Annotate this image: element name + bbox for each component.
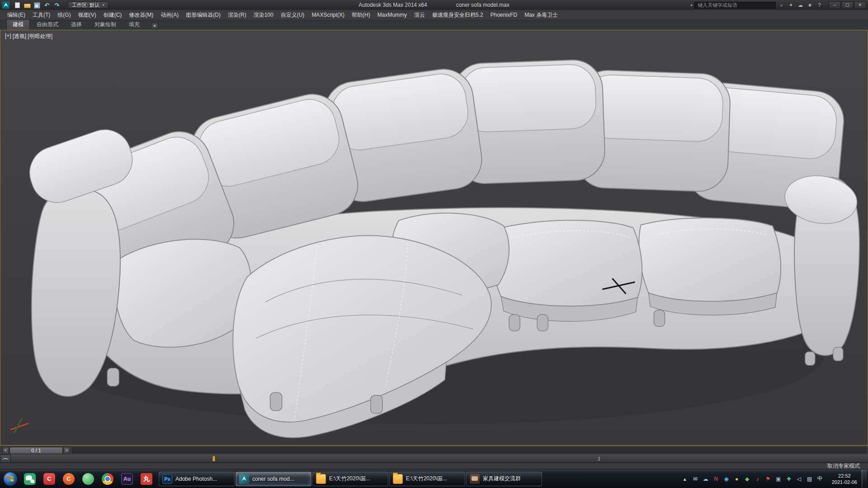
task-chat-group[interactable]: 家具建模交流群 xyxy=(466,472,542,486)
quicklaunch-wechat[interactable] xyxy=(22,471,38,487)
collapse-infocenter-icon[interactable]: ◂ xyxy=(690,3,692,7)
input-method-icon[interactable]: 中 xyxy=(816,475,824,483)
close-button[interactable]: ✕ xyxy=(854,1,866,9)
redo-icon[interactable]: ↷ xyxy=(52,1,61,9)
3dsmax-window: ↶↷ 工作区: 默认 ▾ Autodesk 3ds Max 2014 x64co… xyxy=(0,0,868,488)
start-button[interactable] xyxy=(0,471,21,487)
clock-time: 22:52 xyxy=(838,473,851,479)
menubar: 编辑(E)工具(T)组(G)视图(V)创建(C)修改器(M)动画(A)图形编辑器… xyxy=(0,10,868,20)
menu-item[interactable]: Max 杀毒卫士 xyxy=(521,10,561,20)
menu-item[interactable]: 图形编辑器(D) xyxy=(182,10,224,20)
display-icon[interactable]: ▣ xyxy=(775,476,782,482)
save-icon[interactable] xyxy=(33,1,42,9)
favorites-icon[interactable]: ★ xyxy=(807,2,813,8)
quicklaunch-green-browser[interactable] xyxy=(80,471,96,487)
hidden-icons-chevron[interactable]: ▴ xyxy=(681,476,689,482)
mini-curve-editor-button[interactable] xyxy=(0,455,11,463)
clock-date: 2021-02-06 xyxy=(832,479,857,485)
task-folder-1[interactable]: E:\天竹2020\国... xyxy=(312,472,388,486)
show-desktop-button[interactable] xyxy=(862,469,867,488)
ribbon-tab[interactable]: 建模 xyxy=(6,19,30,30)
browser-tray-icon[interactable]: ◉ xyxy=(723,476,730,482)
viewport-pov-label[interactable]: [透视] xyxy=(13,33,27,40)
mail-icon[interactable]: ✉ xyxy=(692,476,699,482)
prev-frame-button[interactable]: < xyxy=(2,447,9,454)
menu-item[interactable]: 极速瘦身安全归档5.2 xyxy=(429,10,487,20)
quicklaunch-audition[interactable]: Au xyxy=(119,471,135,487)
menu-item[interactable]: 渲云 xyxy=(410,10,429,20)
ps-icon: Ps xyxy=(162,474,172,484)
communication-icon[interactable]: ☁ xyxy=(797,2,804,8)
next-frame-button[interactable]: > xyxy=(63,447,70,454)
wan-icon: 丸 xyxy=(141,473,152,485)
ribbon-tab[interactable]: 对象绘制 xyxy=(89,20,122,30)
undo-icon[interactable]: ↶ xyxy=(42,1,52,9)
menu-item[interactable]: 帮助(H) xyxy=(348,10,374,20)
search-icon[interactable]: ⌕ xyxy=(778,2,785,8)
search-input[interactable] xyxy=(694,2,776,9)
task-folder-2[interactable]: E:\天竹2020\国... xyxy=(389,472,465,486)
workspace-selector[interactable]: 工作区: 默认 ▾ xyxy=(68,1,108,9)
world-axis-gizmo xyxy=(10,418,28,433)
ribbon-tab[interactable]: 填充 xyxy=(123,20,146,30)
quicklaunch-wan-app[interactable]: 丸 xyxy=(138,471,155,487)
quicklaunch-red-c-app[interactable]: C xyxy=(41,471,57,487)
menu-item[interactable]: 渲染100 xyxy=(250,10,277,20)
time-marker[interactable] xyxy=(212,456,215,461)
time-slider-handle[interactable]: 0 / 1 xyxy=(9,447,63,454)
music-icon[interactable]: ♪ xyxy=(754,476,761,482)
new-icon[interactable] xyxy=(13,1,22,9)
max-icon xyxy=(239,474,249,484)
menu-item[interactable]: PhoenixFD xyxy=(487,10,521,20)
viewport-general-menu[interactable]: [+] xyxy=(5,33,11,40)
updates-icon[interactable]: ● xyxy=(733,476,741,482)
menu-item[interactable]: MAXScript(X) xyxy=(308,10,348,20)
taskbar-button-label: 家具建模交流群 xyxy=(483,475,521,483)
menu-item[interactable]: 修改器(M) xyxy=(125,10,157,20)
sofa-left-seat[interactable] xyxy=(115,239,251,347)
menu-item[interactable]: 动画(A) xyxy=(157,10,182,20)
menu-item[interactable]: 编辑(E) xyxy=(4,10,29,20)
task-3dsmax[interactable]: coner sofa mod... xyxy=(236,472,311,486)
netease-icon[interactable]: N xyxy=(712,476,720,482)
network-icon[interactable]: ▤ xyxy=(806,476,813,482)
menu-item[interactable]: 工具(T) xyxy=(29,10,54,20)
ribbon-overflow-chevron-icon[interactable]: ▼ xyxy=(151,23,158,29)
security-icon[interactable]: ◆ xyxy=(744,476,751,482)
help-icon[interactable]: ? xyxy=(816,2,823,8)
document-title: coner sofa model.max xyxy=(456,2,509,8)
viewport-canvas[interactable]: [+][透视][明暗处理] xyxy=(0,30,868,446)
minimize-button[interactable]: ─ xyxy=(829,1,841,9)
end-frame-label: 1 xyxy=(598,456,600,461)
time-slider-rail[interactable] xyxy=(72,447,866,453)
sign-in-icon[interactable]: ✦ xyxy=(788,2,794,8)
quicklaunch-orange-c-app[interactable]: C xyxy=(61,471,77,487)
volume-icon[interactable]: ◁ xyxy=(796,476,803,482)
quicklaunch-chrome[interactable] xyxy=(99,471,116,487)
viewport-shading-label[interactable]: [明暗处理] xyxy=(28,33,52,40)
window-controls: ─▢✕ xyxy=(829,1,866,9)
health-icon[interactable]: ✚ xyxy=(785,476,793,482)
task-photoshop[interactable]: Ps Adobe Photosh... xyxy=(159,472,235,486)
menu-item[interactable]: 创建(C) xyxy=(100,10,126,20)
menu-item[interactable]: 自定义(U) xyxy=(277,10,308,20)
taskbar-clock[interactable]: 22:52 2021-02-06 xyxy=(827,473,862,485)
menu-item[interactable]: 渲染(R) xyxy=(224,10,250,20)
running-tasks: Ps Adobe Photosh... coner sofa mod... E:… xyxy=(158,472,542,486)
flag-icon[interactable]: ⚑ xyxy=(764,476,772,482)
ribbon-tab[interactable]: 选择 xyxy=(65,20,88,30)
infocenter: ◂ ⌕✦☁★? ─▢✕ xyxy=(690,1,866,9)
maximize-button[interactable]: ▢ xyxy=(841,1,854,9)
sofa-model[interactable] xyxy=(0,30,868,445)
menu-item[interactable]: 组(G) xyxy=(54,10,74,20)
chat-icon xyxy=(470,474,480,484)
taskbar-button-label: coner sofa mod... xyxy=(252,476,294,482)
max-logo-icon[interactable] xyxy=(2,1,10,9)
cloud-icon[interactable]: ☁ xyxy=(702,476,709,482)
ribbon-tab[interactable]: 自由形式 xyxy=(31,20,64,30)
track-bar-rail[interactable]: 1 xyxy=(11,455,868,463)
menu-item[interactable]: MaxMummy xyxy=(374,10,410,20)
taskbar: CCAu丸 Ps Adobe Photosh... coner sofa mod… xyxy=(0,469,868,488)
menu-item[interactable]: 视图(V) xyxy=(75,10,100,20)
open-icon[interactable] xyxy=(23,1,32,9)
